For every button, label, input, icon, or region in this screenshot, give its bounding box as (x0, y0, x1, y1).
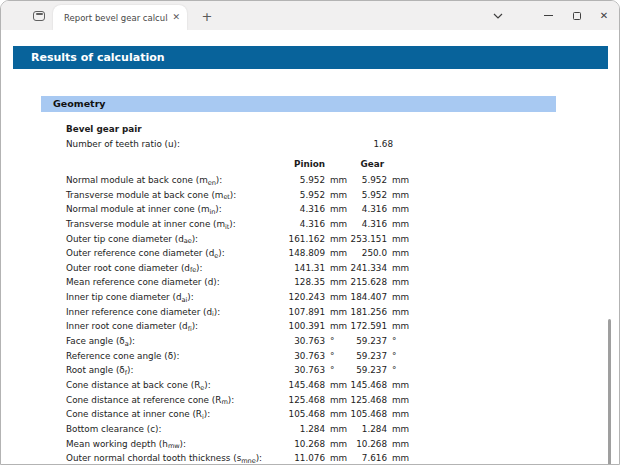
gear-value: 250.0 (347, 246, 387, 262)
tab-title: Report bevel gear calculation ISO 23 (64, 13, 168, 23)
column-header-pinion: Pinion (281, 157, 325, 172)
pinion-unit: mm (325, 407, 347, 423)
gear-unit: mm (387, 173, 407, 189)
gear-unit: ° (387, 349, 407, 365)
pinion-value: 161.162 (281, 232, 325, 248)
teeth-ratio-row: Number of teeth ratio (u): 1.68 (66, 139, 407, 149)
table-row: Transverse module at inner cone (mit): 4… (66, 217, 407, 232)
gear-unit: mm (387, 407, 407, 423)
pinion-value: 1.284 (281, 422, 325, 438)
gear-value: 4.316 (347, 202, 387, 218)
gear-unit: mm (387, 393, 407, 409)
group-title: Bevel gear pair (66, 124, 142, 134)
table-row: Reference cone angle (δ): 30.763 ° 59.23… (66, 349, 407, 364)
window-menu-button[interactable] (487, 1, 509, 30)
page-title: Results of calculation (13, 46, 608, 69)
teeth-ratio-value: 1.68 (281, 139, 407, 149)
table-row: Normal module at inner cone (min): 4.316… (66, 202, 407, 217)
gear-value: 5.952 (347, 173, 387, 189)
pinion-unit: mm (325, 305, 347, 321)
column-header-gear: Gear (347, 157, 387, 172)
gear-value: 241.334 (347, 261, 387, 277)
table-row: Outer reference cone diameter (de): 148.… (66, 246, 407, 261)
vertical-scrollbar-thumb[interactable] (608, 319, 611, 465)
pinion-value: 5.952 (281, 188, 325, 204)
gear-unit: mm (387, 437, 407, 453)
pinion-unit: mm (325, 319, 347, 335)
minimize-button[interactable] (538, 1, 558, 30)
minimize-icon (544, 15, 553, 16)
tab-close-icon[interactable]: ✕ (172, 13, 180, 22)
pinion-value: 105.468 (281, 407, 325, 423)
table-row: Outer normal chordal tooth thickness (sm… (66, 451, 407, 465)
table-row: Cone distance at reference cone (Rm): 12… (66, 393, 407, 408)
gear-unit: mm (387, 451, 407, 465)
row-label: Outer root cone diameter (dfe): (66, 261, 281, 277)
gear-value: 59.237 (347, 363, 387, 379)
row-label: Normal module at back cone (men): (66, 173, 281, 189)
pinion-value: 30.763 (281, 334, 325, 350)
row-label: Transverse module at back cone (met): (66, 188, 281, 204)
pinion-value: 100.391 (281, 319, 325, 335)
gear-unit: mm (387, 261, 407, 277)
gear-unit: mm (387, 188, 407, 204)
pinion-unit: ° (325, 349, 347, 365)
row-label: Cone distance at inner cone (Ri): (66, 407, 281, 423)
gear-value: 253.151 (347, 232, 387, 248)
gear-value: 181.256 (347, 305, 387, 321)
new-tab-button[interactable]: + (198, 8, 216, 26)
pinion-unit: ° (325, 334, 347, 350)
row-label: Cone distance at reference cone (Rm): (66, 393, 281, 409)
table-row: Outer root cone diameter (dfe): 141.31 m… (66, 261, 407, 276)
gear-unit: mm (387, 319, 407, 335)
row-label: Inner reference cone diameter (di): (66, 305, 281, 321)
pinion-value: 148.809 (281, 246, 325, 262)
pinion-value: 141.31 (281, 261, 325, 277)
teeth-ratio-label: Number of teeth ratio (u): (66, 139, 281, 149)
pinion-unit: mm (325, 437, 347, 453)
tab-list-button[interactable] (29, 7, 49, 24)
gear-value: 59.237 (347, 349, 387, 365)
gear-unit: mm (387, 217, 407, 233)
pinion-unit: mm (325, 451, 347, 465)
row-label: Mean working depth (hmw): (66, 437, 281, 453)
pinion-value: 11.076 (281, 451, 325, 465)
gear-unit: mm (387, 422, 407, 438)
report-page: Results of calculation Geometry Bevel ge… (2, 30, 618, 464)
pinion-unit: mm (325, 378, 347, 394)
active-tab[interactable]: Report bevel gear calculation ISO 23 ✕ (53, 5, 187, 30)
gear-value: 184.407 (347, 290, 387, 306)
pinion-unit: ° (325, 363, 347, 379)
gear-value: 59.237 (347, 334, 387, 350)
gear-unit: mm (387, 202, 407, 218)
gear-value: 145.468 (347, 378, 387, 394)
table-row: Inner tip cone diameter (dai): 120.243 m… (66, 290, 407, 305)
table-row: Cone distance at back cone (Re): 145.468… (66, 378, 407, 393)
maximize-button[interactable] (567, 1, 587, 30)
row-label: Normal module at inner cone (min): (66, 202, 281, 218)
table-row: Face angle (δa): 30.763 ° 59.237 ° (66, 334, 407, 349)
pinion-value: 5.952 (281, 173, 325, 189)
table-row: Outer tip cone diameter (dae): 161.162 m… (66, 232, 407, 247)
gear-value: 105.468 (347, 407, 387, 423)
gear-value: 125.468 (347, 393, 387, 409)
pinion-unit: mm (325, 232, 347, 248)
pinion-unit: mm (325, 217, 347, 233)
pinion-value: 145.468 (281, 378, 325, 394)
table-row: Inner root cone diameter (dfi): 100.391 … (66, 319, 407, 334)
pinion-value: 107.891 (281, 305, 325, 321)
row-label: Outer tip cone diameter (dae): (66, 232, 281, 248)
gear-value: 4.316 (347, 217, 387, 233)
row-label: Cone distance at back cone (Re): (66, 378, 281, 394)
window-close-button[interactable]: ✕ (594, 1, 614, 30)
pinion-unit: mm (325, 422, 347, 438)
tab-strip: Report bevel gear calculation ISO 23 ✕ +… (1, 1, 619, 30)
row-label: Face angle (δa): (66, 334, 281, 350)
gear-value: 5.952 (347, 188, 387, 204)
pinion-unit: mm (325, 173, 347, 189)
pinion-unit: mm (325, 188, 347, 204)
gear-unit: mm (387, 275, 407, 291)
gear-unit: mm (387, 232, 407, 248)
pinion-unit: mm (325, 275, 347, 291)
row-label: Bottom clearance (c): (66, 422, 281, 438)
